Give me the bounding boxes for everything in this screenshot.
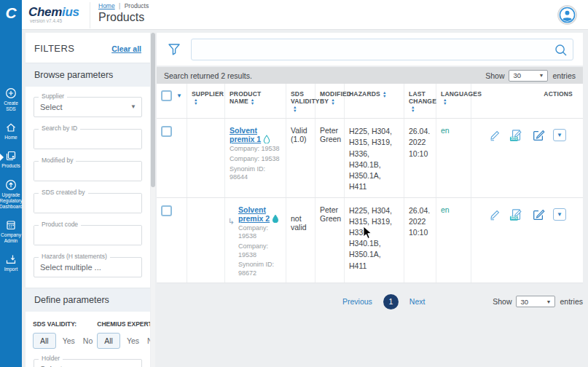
search-bar-card [157, 33, 583, 66]
search-by-id-field[interactable]: Search by ID [34, 129, 142, 149]
sidebar-item-company-admin[interactable]: Company Admin [0, 219, 22, 244]
sidebar-item-upgrade-regulatory-dashboard[interactable]: Upgrade Regulatory Dashboard [0, 179, 22, 210]
search-by-id-input[interactable] [34, 130, 141, 149]
page-size-select[interactable]: 30 ▼ [509, 70, 548, 82]
product-code-input[interactable] [34, 226, 141, 245]
hazards-multiselect[interactable]: Hazards (H statements) Select multiple .… [34, 257, 142, 277]
sidebar-label: Home [4, 135, 17, 141]
scrollbar-thumb[interactable] [151, 33, 155, 187]
product-link[interactable]: Solvent premix 2 [238, 205, 270, 223]
clear-all-link[interactable]: Clear all [111, 44, 141, 53]
sds-validity-yes-button[interactable]: Yes [61, 334, 77, 348]
breadcrumb-separator: | [119, 2, 120, 9]
bulk-actions-caret-icon[interactable]: ▼ [176, 92, 182, 99]
breadcrumb: Home | Products [98, 2, 149, 9]
company-line: Company: 19538 [238, 242, 281, 259]
row-checkbox[interactable] [161, 126, 172, 137]
edit-box-icon[interactable] [532, 208, 545, 221]
import-icon [5, 253, 17, 265]
col-supplier: SUPPLIER [192, 90, 224, 98]
chemius-expert-yes-button[interactable]: Yes [125, 334, 141, 348]
search-icon[interactable] [554, 43, 568, 58]
current-page-button[interactable]: 1 [383, 294, 399, 309]
chevron-down-icon: ▼ [546, 299, 552, 304]
search-input[interactable] [192, 39, 551, 60]
search-box [191, 39, 573, 60]
breadcrumb-current: Products [125, 2, 149, 9]
filter-funnel-icon[interactable] [166, 42, 182, 58]
sds-validity-all-button[interactable]: All [33, 333, 56, 349]
synonym-line: Synonim ID: 98672 [238, 261, 281, 277]
edit-box-icon[interactable] [532, 129, 545, 142]
results-info-bar: Search returned 2 results. Show 30 ▼ ent… [157, 67, 583, 84]
sort-icon[interactable]: ▲▼ [383, 91, 387, 98]
chevron-down-icon: ▼ [539, 73, 544, 78]
sort-icon[interactable]: ▲▼ [251, 98, 255, 105]
chemius-expert-toggle-group: CHEMIUS EXPERT: All Yes No [97, 320, 150, 349]
sidebar-item-products[interactable]: Products [0, 150, 22, 169]
row-checkbox[interactable] [161, 205, 172, 216]
define-parameters-header: Define parameters [26, 288, 150, 312]
sidebar-item-import[interactable]: Import [0, 253, 22, 272]
product-code-field[interactable]: Product code [34, 225, 142, 245]
filters-scrollbar[interactable] [151, 33, 155, 367]
sds-created-by-field[interactable]: SDS created by [34, 193, 142, 213]
sidebar-item-home[interactable]: Home [0, 122, 22, 141]
sds-validity-no-button[interactable]: No [82, 334, 94, 348]
sds-created-by-label: SDS created by [39, 189, 88, 196]
pagination-bar: Previous 1 Next Show 30 ▼ entries [157, 294, 583, 309]
user-avatar[interactable] [557, 5, 577, 25]
show-label: Show [485, 71, 504, 80]
filters-panel: FILTERS Clear all Browse parameters Supp… [26, 33, 150, 367]
modified-by-field[interactable]: Modified by [34, 161, 142, 181]
edit-pencil-icon[interactable] [488, 129, 501, 142]
holder-label: Holder [39, 355, 63, 362]
sort-icon[interactable]: ▲▼ [443, 98, 447, 105]
product-link[interactable]: Solvent premix 1 [230, 126, 261, 143]
breadcrumb-home-link[interactable]: Home [98, 2, 115, 9]
sort-icon[interactable]: ▲▼ [411, 106, 415, 112]
page-size-select-bottom[interactable]: 30 ▼ [516, 296, 555, 307]
modified-by-label: Modified by [39, 157, 76, 164]
sds-created-by-input[interactable] [34, 194, 141, 213]
row-more-actions-button[interactable]: ▼ [553, 129, 566, 141]
sort-icon[interactable]: ▲▼ [194, 98, 198, 105]
sidebar-label: Import [4, 267, 18, 272]
products-icon [5, 150, 17, 162]
modified-by-input[interactable] [34, 162, 141, 181]
previous-page-link[interactable]: Previous [342, 297, 372, 306]
company-line: Company: 19538 [238, 224, 281, 241]
sds-document-icon[interactable]: SDS [509, 208, 524, 222]
sort-icon[interactable]: ▲▼ [331, 98, 335, 105]
chemius-expert-no-button[interactable]: No [146, 334, 150, 348]
main-content: Search returned 2 results. Show 30 ▼ ent… [157, 33, 583, 309]
col-last-change: LAST CHANGE [409, 90, 436, 105]
sort-icon[interactable]: ▲▼ [293, 106, 297, 112]
validity-cell: Valid (1.0) [286, 119, 315, 197]
app-logo-mark[interactable]: C [0, 0, 22, 22]
edit-pencil-icon[interactable] [488, 208, 501, 221]
filters-title: FILTERS [34, 43, 74, 54]
sds-document-icon[interactable]: SDS [509, 129, 524, 143]
svg-text:SDS: SDS [511, 216, 517, 220]
hazards-cell: H225, H304, H315, H319, H336, H340.1B, H… [345, 119, 404, 197]
company-admin-icon [5, 219, 17, 231]
holder-select[interactable]: Holder Select ▼ [34, 359, 142, 367]
hazards-label: Hazards (H statements) [39, 253, 110, 260]
sidebar-label: Create SDS [0, 100, 22, 112]
entries-label: entries [552, 71, 576, 80]
sidebar-label: Upgrade Regulatory Dashboard [0, 192, 23, 210]
droplet-icon [263, 135, 270, 143]
page-size-value: 30 [520, 298, 528, 306]
select-all-checkbox[interactable] [161, 90, 172, 101]
table-row: ↳ Solvent premix 2 Company: 19538 Compan… [157, 198, 583, 283]
chemius-expert-all-button[interactable]: All [97, 333, 120, 349]
supplier-select[interactable]: Supplier Select ▼ [34, 97, 142, 117]
sidebar-item-create-sds[interactable]: Create SDS [0, 87, 22, 112]
row-more-actions-button[interactable]: ▼ [553, 208, 566, 221]
sidebar: C Create SDS Home Products [0, 0, 22, 367]
next-page-link[interactable]: Next [409, 297, 426, 306]
app-logo[interactable]: Chemius version v7.4.45 [28, 5, 79, 23]
languages-cell: en [436, 119, 471, 197]
product-name-cell: Solvent premix 1 Company: 19538 Company:… [225, 119, 286, 197]
